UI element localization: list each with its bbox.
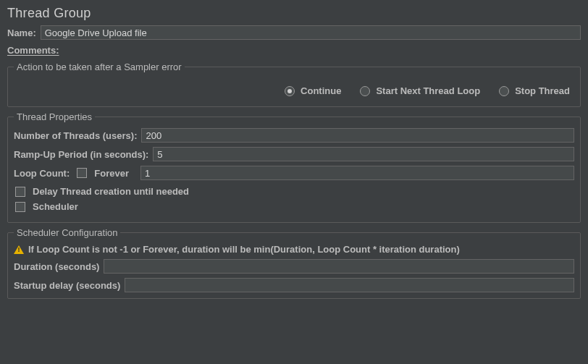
num-threads-input[interactable]: [141, 128, 574, 143]
scheduler-warning-row: If Loop Count is not -1 or Forever, dura…: [14, 244, 574, 255]
radio-icon: [499, 86, 509, 96]
startup-delay-row: Startup delay (seconds): [14, 278, 574, 292]
scheduler-checkbox[interactable]: [15, 202, 25, 212]
ramp-up-input[interactable]: [153, 147, 574, 161]
thread-properties-fieldset: Thread Properties Number of Threads (use…: [7, 111, 581, 223]
duration-input[interactable]: [104, 259, 574, 274]
forever-checkbox[interactable]: [77, 168, 87, 178]
name-input[interactable]: [41, 25, 581, 40]
radio-start-next[interactable]: Start Next Thread Loop: [360, 85, 480, 96]
radio-start-next-label: Start Next Thread Loop: [376, 85, 480, 96]
sampler-error-fieldset: Action to be taken after a Sampler error…: [7, 62, 581, 107]
startup-delay-input[interactable]: [125, 278, 574, 292]
scheduler-config-legend: Scheduler Configuration: [14, 227, 120, 238]
radio-icon: [360, 86, 370, 96]
delay-thread-label: Delay Thread creation until needed: [33, 186, 189, 197]
sampler-error-legend: Action to be taken after a Sampler error: [14, 62, 185, 72]
ramp-up-row: Ramp-Up Period (in seconds):: [14, 147, 574, 161]
radio-icon: [285, 86, 295, 96]
num-threads-row: Number of Threads (users):: [14, 128, 574, 143]
scheduler-label: Scheduler: [33, 201, 78, 212]
comments-label: Comments:: [7, 45, 59, 56]
radio-stop-thread-label: Stop Thread: [515, 85, 570, 96]
loop-count-input[interactable]: [140, 166, 574, 180]
duration-label: Duration (seconds): [14, 261, 99, 272]
radio-continue-label: Continue: [301, 85, 341, 96]
radio-continue[interactable]: Continue: [285, 85, 341, 96]
warning-icon: [14, 245, 24, 254]
loop-count-row: Loop Count: Forever: [14, 166, 574, 180]
scheduler-warning-text: If Loop Count is not -1 or Forever, dura…: [28, 244, 460, 255]
comments-row: Comments:: [7, 43, 581, 57]
startup-delay-label: Startup delay (seconds): [14, 280, 120, 291]
thread-properties-legend: Thread Properties: [14, 111, 95, 122]
scheduler-row[interactable]: Scheduler: [14, 201, 574, 212]
name-label: Name:: [7, 27, 36, 38]
name-row: Name:: [7, 25, 581, 40]
duration-row: Duration (seconds): [14, 259, 574, 274]
scheduler-config-fieldset: Scheduler Configuration If Loop Count is…: [7, 227, 581, 299]
thread-group-panel: Thread Group Name: Comments: Action to b…: [0, 0, 588, 306]
loop-count-label: Loop Count:: [14, 168, 70, 179]
delay-thread-row[interactable]: Delay Thread creation until needed: [14, 186, 574, 197]
radio-stop-thread[interactable]: Stop Thread: [499, 85, 570, 96]
delay-thread-checkbox[interactable]: [15, 187, 25, 197]
forever-label: Forever: [94, 168, 129, 179]
ramp-up-label: Ramp-Up Period (in seconds):: [14, 149, 148, 160]
page-title: Thread Group: [7, 6, 581, 21]
num-threads-label: Number of Threads (users):: [14, 130, 137, 141]
sampler-error-radio-group: Continue Start Next Thread Loop Stop Thr…: [14, 78, 574, 101]
